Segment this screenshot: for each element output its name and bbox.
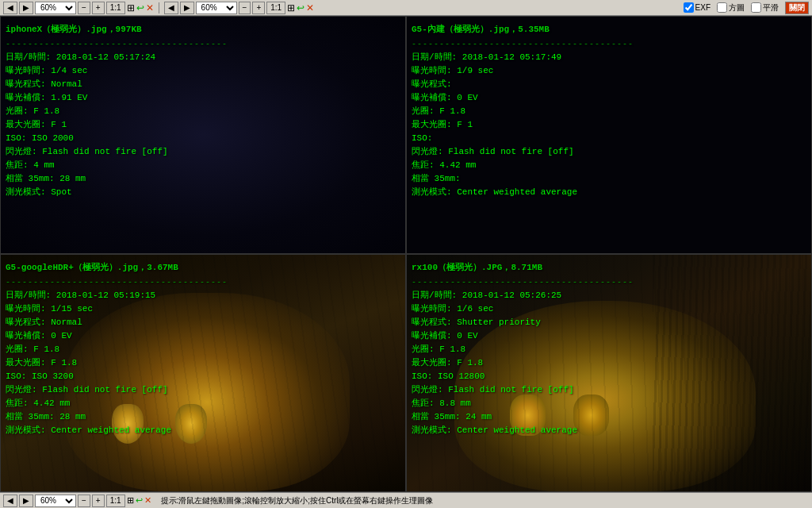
panel-tl-ev: 曝光補償: 1.91 EV [6,91,228,105]
exif-label: EXF [695,3,710,12]
btn-1to1-r[interactable]: 1:1 [266,2,285,14]
prev-button[interactable]: ◀ [3,2,17,14]
panel-tl-flash: 閃光燈: Flash did not fire [off] [6,145,228,159]
panel-tr-metering: 測光模式: Center weighted average [412,186,634,199]
close-icon-left[interactable]: ✕ [146,2,154,13]
panel-bl-date: 日期/時間: 2018-01-12 05:19:15 [6,289,228,302]
zoom-minus-bottom[interactable]: − [78,495,90,507]
panel-br-flash: 閃光燈: Flash did not fire [off] [412,383,634,397]
panel-br-metering: 測光模式: Center weighted average [412,424,634,437]
separator-1 [159,2,159,13]
panel-br-focal: 焦距: 8.8 mm [412,397,634,410]
panel-bottom-left: G5-googleHDR+（極弱光）.jpg，3.67MB ----------… [0,254,406,492]
panel-bl-shutter: 曝光時間: 1/15 sec [6,302,228,316]
panel-top-left: iphoneX（極弱光）.jpg，997KB -----------------… [0,16,406,254]
exif-overlay-tl: iphoneX（極弱光）.jpg，997KB -----------------… [6,23,228,199]
zoom-select-left[interactable]: 60% 100% 50% 25% [35,2,76,14]
panel-bl-aperture: 光圈: F 1.8 [6,343,228,356]
nav-icon-1[interactable]: ⊞ [127,2,135,13]
nav-icon-2[interactable]: ↩ [136,2,144,13]
nav-icon-r1[interactable]: ⊞ [287,2,295,13]
smooth-checkbox-label[interactable]: 平滑 [751,2,779,13]
panel-tl-equiv: 相當 35mm: 28 mm [6,172,228,186]
prev-button-r[interactable]: ◀ [164,2,178,14]
zoom-in-btn[interactable]: + [92,2,105,14]
image-grid: iphoneX（極弱光）.jpg，997KB -----------------… [0,16,812,492]
panel-tr-maxaperture: 最大光圈: F 1 [412,118,634,132]
exif-overlay-tr: G5-內建（極弱光）.jpg，5.35MB ------------------… [412,23,634,199]
panel-tl-shutter: 曝光時間: 1/4 sec [6,64,228,78]
zoom-out-btn[interactable]: − [78,2,90,14]
panel-tr-divider: ---------------------------------------- [412,38,634,51]
panel-tr-focal: 焦距: 4.42 mm [412,159,634,172]
square-label: 方圖 [729,2,745,13]
next-button[interactable]: ▶ [19,2,33,14]
bottom-toolbar: ◀ ▶ 60% 100% − + 1:1 ⊞ ↩ ✕ 提示:滑鼠左鍵拖動圖像;滾… [0,492,812,508]
panel-tl-iso: ISO: ISO 2000 [6,132,228,145]
panel-br-program: 曝光程式: Shutter priority [412,316,634,329]
exif-overlay-bl: G5-googleHDR+（極弱光）.jpg，3.67MB ----------… [6,261,228,437]
panel-tl-program: 曝光程式: Normal [6,78,228,91]
panel-br-divider: ---------------------------------------- [412,276,634,289]
panel-bl-ev: 曝光補償: 0 EV [6,329,228,343]
panel-tl-metering: 測光模式: Spot [6,186,228,199]
panel-tl-maxaperture: 最大光圈: F 1 [6,118,228,132]
panel-tl-title: iphoneX（極弱光）.jpg，997KB [6,23,228,37]
status-text: 提示:滑鼠左鍵拖動圖像;滾輪控制放大縮小;按住Ctrl或在螢幕右鍵操作生理圖像 [161,495,434,506]
panel-tr-ev: 曝光補償: 0 EV [412,91,634,105]
prev-btn-bottom[interactable]: ◀ [3,495,17,507]
btn-1to1[interactable]: 1:1 [106,2,125,14]
zoom-group-bottom: ◀ ▶ 60% 100% − + 1:1 ⊞ ↩ ✕ [3,495,151,507]
panel-tr-program: 曝光程式: [412,78,634,91]
panel-tr-equiv: 相當 35mm: [412,172,634,186]
exif-checkbox-label[interactable]: EXF [684,2,710,13]
square-checkbox-label[interactable]: 方圖 [717,2,745,13]
panel-tr-shutter: 曝光時間: 1/9 sec [412,64,634,78]
panel-br-date: 日期/時間: 2018-01-12 05:26:25 [412,289,634,302]
panel-bl-maxaperture: 最大光圈: F 1.8 [6,356,228,370]
panel-bl-divider: ---------------------------------------- [6,276,228,289]
panel-br-maxaperture: 最大光圈: F 1.8 [412,356,634,370]
close-button[interactable]: 關閉 [785,2,809,14]
square-checkbox[interactable] [717,2,727,13]
smooth-label: 平滑 [763,2,779,13]
panel-tl-date: 日期/時間: 2018-01-12 05:17:24 [6,51,228,64]
close-icon-right[interactable]: ✕ [306,2,314,13]
panel-bl-iso: ISO: ISO 3200 [6,370,228,383]
panel-bl-equiv: 相當 35mm: 28 mm [6,410,228,424]
top-toolbar: ◀ ▶ 60% 100% 50% 25% − + 1:1 ⊞ ↩ ✕ ◀ ▶ 6… [0,0,812,16]
zoom-group-left: ◀ ▶ 60% 100% 50% 25% − + 1:1 ⊞ ↩ ✕ [3,2,154,14]
right-checkboxes: EXF 方圖 平滑 關閉 [684,2,809,14]
panel-tr-iso: ISO: [412,132,634,145]
panel-tr-flash: 閃光燈: Flash did not fire [off] [412,145,634,159]
panel-tl-focal: 焦距: 4 mm [6,159,228,172]
smooth-checkbox[interactable] [751,2,761,13]
close-icon-bottom[interactable]: ✕ [144,495,151,506]
zoom-out-btn-r[interactable]: − [239,2,251,14]
panel-br-shutter: 曝光時間: 1/6 sec [412,302,634,316]
nav-icon-r2[interactable]: ↩ [297,2,304,13]
panel-bl-title: G5-googleHDR+（極弱光）.jpg，3.67MB [6,261,228,275]
zoom-plus-bottom[interactable]: + [92,495,105,507]
next-btn-bottom[interactable]: ▶ [19,495,33,507]
panel-bl-focal: 焦距: 4.42 mm [6,397,228,410]
refresh-icon-bottom[interactable]: ↩ [136,495,143,506]
panel-br-equiv: 相當 35mm: 24 mm [412,410,634,424]
panel-tl-aperture: 光圈: F 1.8 [6,105,228,118]
panel-tr-aperture: 光圈: F 1.8 [412,105,634,118]
panel-tl-divider: ---------------------------------------- [6,38,228,51]
next-button-r[interactable]: ▶ [180,2,194,14]
zoom-in-btn-r[interactable]: + [252,2,265,14]
panel-bl-metering: 測光模式: Center weighted average [6,424,228,437]
btn-1to1-bottom[interactable]: 1:1 [106,495,125,507]
zoom-group-right: ◀ ▶ 60% 100% − + 1:1 ⊞ ↩ ✕ [164,2,315,14]
panel-bl-program: 曝光程式: Normal [6,316,228,329]
panel-br-ev: 曝光補償: 0 EV [412,329,634,343]
zoom-select-right[interactable]: 60% 100% [196,2,237,14]
exif-checkbox[interactable] [684,2,694,13]
panel-tr-date: 日期/時間: 2018-01-12 05:17:49 [412,51,634,64]
panel-top-right: G5-內建（極弱光）.jpg，5.35MB ------------------… [406,16,812,254]
exif-overlay-br: rx100（極弱光）.JPG，8.71MB ------------------… [412,261,634,437]
grid-icon-bottom[interactable]: ⊞ [127,495,134,506]
zoom-select-bottom[interactable]: 60% 100% [35,495,76,507]
